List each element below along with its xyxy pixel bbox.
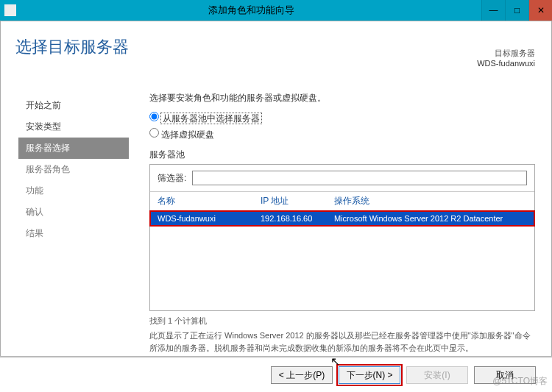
server-pool-label: 服务器池 [149, 149, 535, 161]
radio-vhd[interactable]: 选择虚拟硬盘 [149, 128, 535, 141]
next-button[interactable]: 下一步(N) > [339, 366, 400, 384]
main-panel: 选择要安装角色和功能的服务器或虚拟硬盘。 从服务器池中选择服务器 选择虚拟硬盘 … [149, 92, 535, 354]
destination-info: 目标服务器 WDS-fudanwuxi [477, 48, 535, 68]
server-pool-box: 筛选器: 名称 IP 地址 操作系统 WDS-fudanwuxi 192.168… [149, 164, 535, 311]
wizard-body: 选择目标服务器 目标服务器 WDS-fudanwuxi 开始之前 安装类型 服务… [0, 21, 552, 357]
server-table: 名称 IP 地址 操作系统 WDS-fudanwuxi 192.168.16.6… [150, 191, 534, 226]
prev-button[interactable]: < 上一步(P) [271, 366, 333, 384]
step-before-begin[interactable]: 开始之前 [18, 95, 129, 116]
table-row[interactable]: WDS-fudanwuxi 192.168.16.60 Microsoft Wi… [150, 211, 534, 227]
cell-os: Microsoft Windows Server 2012 R2 Datacen… [327, 211, 534, 227]
instruction-text: 选择要安装角色和功能的服务器或虚拟硬盘。 [149, 92, 535, 104]
destination-server: WDS-fudanwuxi [477, 59, 535, 68]
found-count: 找到 1 个计算机 [149, 316, 535, 327]
radio-vhd-label: 选择虚拟硬盘 [161, 129, 214, 140]
maximize-button[interactable]: □ [505, 0, 528, 21]
filter-label: 筛选器: [158, 172, 186, 185]
cell-ip: 192.168.16.60 [253, 211, 327, 227]
radio-from-pool-label: 从服务器池中选择服务器 [161, 113, 261, 124]
step-install-type[interactable]: 安装类型 [18, 116, 129, 138]
step-server-selection[interactable]: 服务器选择 [18, 138, 129, 159]
wizard-footer: < 上一步(P) 下一步(N) > 安装(I) 取消 [0, 357, 552, 392]
col-ip[interactable]: IP 地址 [253, 192, 327, 211]
radio-vhd-input[interactable] [149, 128, 159, 138]
radio-from-pool[interactable]: 从服务器池中选择服务器 [149, 112, 535, 125]
col-os[interactable]: 操作系统 [327, 192, 534, 211]
titlebar: 添加角色和功能向导 — □ ✕ [0, 0, 552, 21]
explain-text: 此页显示了正在运行 Windows Server 2012 的服务器以及那些已经… [149, 329, 535, 354]
minimize-button[interactable]: — [481, 0, 505, 21]
cancel-button[interactable]: 取消 [474, 366, 536, 384]
close-button[interactable]: ✕ [528, 0, 552, 21]
step-confirm: 确认 [18, 202, 129, 223]
cell-name: WDS-fudanwuxi [150, 211, 253, 227]
col-name[interactable]: 名称 [150, 192, 253, 211]
radio-from-pool-input[interactable] [149, 112, 159, 121]
page-heading: 选择目标服务器 [15, 36, 129, 58]
step-features: 功能 [18, 180, 129, 202]
filter-input[interactable] [192, 171, 527, 185]
step-results: 结果 [18, 223, 129, 244]
install-button: 安装(I) [406, 366, 468, 384]
step-server-roles: 服务器角色 [18, 159, 129, 180]
wizard-steps: 开始之前 安装类型 服务器选择 服务器角色 功能 确认 结果 [18, 95, 129, 244]
app-icon [4, 4, 16, 16]
destination-label: 目标服务器 [477, 48, 535, 59]
window-title: 添加角色和功能向导 [21, 4, 481, 17]
